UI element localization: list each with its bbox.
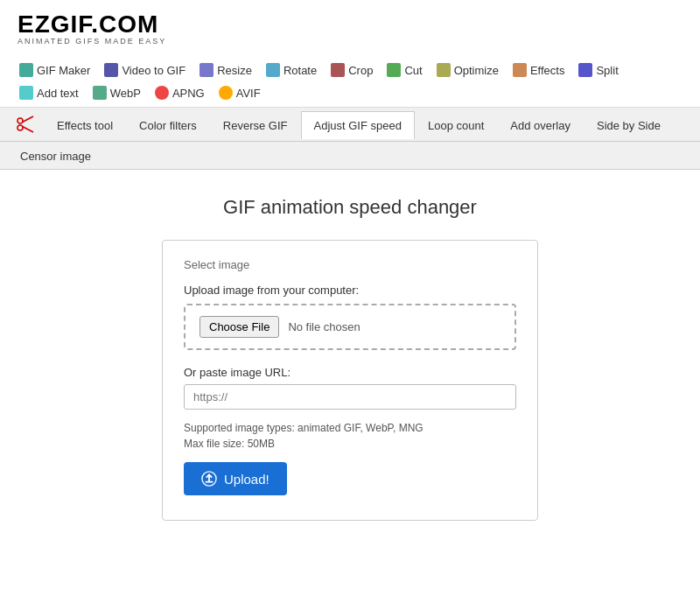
supported-types-text: Supported image types: animated GIF, Web… xyxy=(184,422,516,434)
upload-icon xyxy=(201,471,217,487)
tab-side-by-side[interactable]: Side by Side xyxy=(584,111,674,139)
nav-resize-label: Resize xyxy=(217,64,252,77)
gif-icon xyxy=(19,63,33,77)
nav-optimize-label: Optimize xyxy=(454,64,499,77)
optimize-icon xyxy=(437,63,451,77)
nav-avif-label: AVIF xyxy=(236,87,261,100)
svg-point-1 xyxy=(18,125,23,130)
nav-video-to-gif[interactable]: Video to GIF xyxy=(99,60,191,81)
effects-icon xyxy=(513,63,527,77)
upload-button-label: Upload! xyxy=(224,472,270,487)
nav-resize[interactable]: Resize xyxy=(194,60,257,81)
nav-add-text-label: Add text xyxy=(37,87,79,100)
nav-optimize[interactable]: Optimize xyxy=(431,60,504,81)
sub-nav-row2: Censor image xyxy=(0,142,700,170)
nav-apng[interactable]: APNG xyxy=(150,82,210,103)
video-icon xyxy=(104,63,118,77)
nav-cut-label: Cut xyxy=(404,64,422,77)
tab-effects-tool[interactable]: Effects tool xyxy=(44,111,126,139)
nav-cut[interactable]: Cut xyxy=(382,60,427,81)
svg-line-3 xyxy=(23,127,34,133)
nav-gif-maker[interactable]: GIF Maker xyxy=(14,60,95,81)
nav-effects[interactable]: Effects xyxy=(508,60,570,81)
header: EZGIF.COM ANIMATED GIFS MADE EASY xyxy=(0,0,700,53)
nav-split-label: Split xyxy=(596,64,618,77)
scissors-svg xyxy=(16,115,35,134)
upload-button[interactable]: Upload! xyxy=(184,462,287,495)
tab-censor-image[interactable]: Censor image xyxy=(7,142,104,170)
sub-nav-row1: Effects tool Color filters Reverse GIF A… xyxy=(0,108,700,142)
svg-line-2 xyxy=(23,116,34,123)
url-input[interactable] xyxy=(184,384,516,410)
nav-webp[interactable]: WebP xyxy=(88,82,146,103)
svg-point-0 xyxy=(18,118,23,123)
avif-icon xyxy=(219,86,233,100)
upload-label: Upload image from your computer: xyxy=(184,284,516,297)
addtext-icon xyxy=(19,86,33,100)
nav-apng-label: APNG xyxy=(172,87,205,100)
cut-icon xyxy=(387,63,401,77)
main-content: GIF animation speed changer Select image… xyxy=(0,170,700,547)
tab-loop-count[interactable]: Loop count xyxy=(415,111,497,139)
crop-icon xyxy=(331,63,345,77)
form-card-title: Select image xyxy=(184,258,516,271)
nav-rotate[interactable]: Rotate xyxy=(261,60,322,81)
file-upload-area: Choose File No file chosen xyxy=(184,304,516,350)
tab-add-overlay[interactable]: Add overlay xyxy=(497,111,584,139)
nav-bar: GIF Maker Video to GIF Resize Rotate Cro… xyxy=(0,53,700,108)
resize-icon xyxy=(200,63,214,77)
url-label: Or paste image URL: xyxy=(184,366,516,379)
tab-color-filters[interactable]: Color filters xyxy=(126,111,210,139)
nav-crop-label: Crop xyxy=(348,64,373,77)
nav-add-text[interactable]: Add text xyxy=(14,82,84,103)
nav-rotate-label: Rotate xyxy=(284,64,317,77)
no-file-text: No file chosen xyxy=(288,320,360,333)
nav-gif-maker-label: GIF Maker xyxy=(37,64,90,77)
nav-effects-label: Effects xyxy=(530,64,565,77)
effects-tool-icon xyxy=(7,108,44,141)
choose-file-button[interactable]: Choose File xyxy=(200,316,279,338)
nav-split[interactable]: Split xyxy=(573,60,623,81)
tab-adjust-gif-speed[interactable]: Adjust GIF speed xyxy=(301,111,415,139)
logo-sub: ANIMATED GIFS MADE EASY xyxy=(18,37,682,46)
webp-icon xyxy=(93,86,107,100)
page-title: GIF animation speed changer xyxy=(18,196,682,219)
tab-reverse-gif[interactable]: Reverse GIF xyxy=(210,111,301,139)
nav-avif[interactable]: AVIF xyxy=(214,82,266,103)
nav-crop[interactable]: Crop xyxy=(326,60,378,81)
max-size-text: Max file size: 50MB xyxy=(184,438,516,450)
nav-video-to-gif-label: Video to GIF xyxy=(122,64,186,77)
split-icon xyxy=(578,63,592,77)
logo-main: EZGIF.COM xyxy=(18,11,682,39)
apng-icon xyxy=(155,86,169,100)
nav-webp-label: WebP xyxy=(110,87,141,100)
form-card: Select image Upload image from your comp… xyxy=(162,240,538,521)
rotate-icon xyxy=(266,63,280,77)
